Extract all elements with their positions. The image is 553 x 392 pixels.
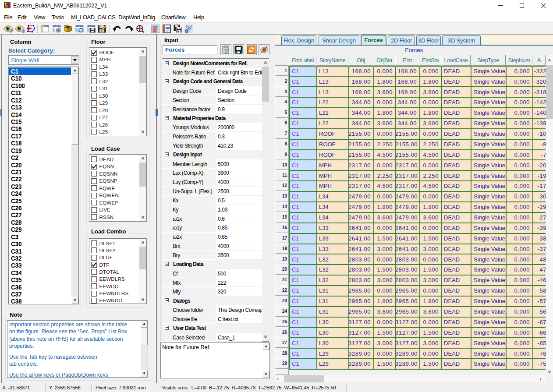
svg-text:P: P: [10, 29, 13, 33]
svg-text:In: In: [21, 29, 25, 33]
